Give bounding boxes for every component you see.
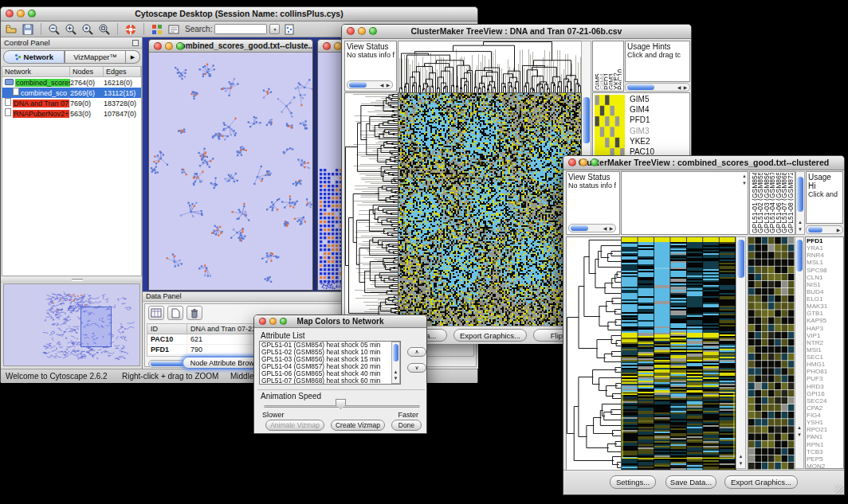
dialog-title-bar[interactable]: Map Colors to Network	[254, 315, 426, 328]
scroll-right-icon[interactable]: ▶	[682, 84, 689, 92]
scroll-down-icon[interactable]: ▼	[742, 181, 747, 186]
scroll-left-icon[interactable]: ◀	[676, 84, 682, 92]
close-icon[interactable]	[568, 158, 576, 166]
treeview2-title-bar[interactable]: ClusterMaker TreeView : combined_scores_…	[563, 156, 844, 170]
scroll-left-icon[interactable]: ◀	[602, 225, 608, 232]
scroll-down-icon[interactable]: ▼	[795, 432, 803, 439]
vertical-scrollbar[interactable]: ▲ ▼	[795, 171, 805, 235]
horizontal-scrollbar[interactable]: ◀ ▶	[568, 224, 616, 232]
scroll-up-icon[interactable]: ▲	[795, 424, 803, 432]
scroll-up-icon[interactable]: ▲	[742, 174, 747, 178]
close-icon[interactable]	[6, 10, 14, 18]
scroll-down-icon[interactable]: ▼	[796, 226, 804, 233]
float-panel-icon[interactable]	[132, 40, 139, 46]
settings-button[interactable]: Settings...	[610, 475, 656, 489]
save-icon[interactable]	[21, 22, 35, 36]
gene-label[interactable]: HRD3	[806, 383, 843, 390]
heatmap-canvas[interactable]	[398, 92, 582, 326]
gene-label[interactable]: YKE2	[628, 136, 689, 147]
scroll-right-icon[interactable]: ▶	[835, 226, 842, 234]
minimize-icon[interactable]	[17, 10, 25, 18]
minimize-icon[interactable]	[579, 158, 587, 166]
gene-label[interactable]: CLN1	[806, 274, 843, 281]
create-vizmap-button[interactable]: Create Vizmap	[331, 420, 385, 431]
new-attribute-icon[interactable]	[167, 306, 183, 320]
network-view-canvas-2[interactable]	[318, 53, 343, 290]
heatmap-zoom-canvas[interactable]	[748, 236, 795, 471]
gene-label[interactable]: HAP3	[806, 325, 843, 332]
column-dendrogram-canvas[interactable]	[398, 41, 582, 93]
close-icon[interactable]	[323, 42, 331, 50]
gene-label[interactable]: PFD1	[806, 237, 843, 244]
gene-label[interactable]: MSI1	[806, 346, 843, 354]
help-lifering-icon[interactable]	[124, 22, 138, 36]
gene-label[interactable]: HMG1	[806, 361, 843, 368]
gene-label[interactable]: YSH1	[806, 419, 843, 426]
scroll-left-icon[interactable]: ◀	[379, 81, 385, 89]
gene-label[interactable]: FIG4	[806, 412, 843, 419]
animate-vizmap-button[interactable]: Animate Vizmap	[265, 420, 324, 431]
treeview1-title-bar[interactable]: ClusterMaker TreeView : DNA and Tran 07-…	[342, 25, 691, 39]
scroll-right-icon[interactable]: ▶	[385, 81, 391, 89]
col-edges[interactable]: Edges	[104, 67, 141, 76]
zoom-window-icon[interactable]	[28, 10, 36, 18]
gene-label[interactable]: SPC98	[806, 267, 843, 274]
scrollbar-thumb[interactable]	[393, 344, 398, 361]
open-file-icon[interactable]	[4, 22, 18, 36]
scrollbar-thumb[interactable]	[583, 97, 590, 143]
gene-label[interactable]: GTB1	[806, 310, 843, 317]
gene-label[interactable]: GPI16	[806, 390, 843, 397]
close-icon[interactable]	[154, 42, 162, 50]
save-data-button[interactable]: Save Data...	[665, 475, 716, 489]
minimize-icon[interactable]	[269, 318, 277, 325]
gene-label[interactable]: CPA2	[806, 404, 843, 412]
gene-label[interactable]: MSL1	[806, 259, 843, 266]
vertical-scrollbar[interactable]: ▲ ▼	[795, 236, 804, 469]
vizmapper-icon[interactable]	[150, 22, 164, 36]
resize-grip[interactable]	[834, 485, 843, 494]
gene-label[interactable]: BUD4	[806, 288, 843, 295]
gene-label[interactable]: MAK31	[806, 303, 843, 310]
gene-label[interactable]: GIM5	[628, 94, 689, 104]
delete-attribute-icon[interactable]	[186, 306, 202, 320]
search-dropdown-arrow-icon[interactable]: ▼	[269, 24, 280, 34]
tab-network[interactable]: Network	[3, 50, 65, 64]
network-overview-canvas[interactable]	[4, 284, 139, 365]
gene-label[interactable]: SEC1	[806, 354, 843, 361]
scroll-right-icon[interactable]: ▶	[608, 225, 614, 232]
network-window-title-bar[interactable]: combined_scores_good.txt--cluste...	[149, 40, 312, 53]
main-title-bar[interactable]: Cytoscape Desktop (Session Name: collins…	[1, 7, 477, 21]
gene-label[interactable]: ELG1	[806, 295, 843, 303]
gene-label[interactable]: NTR2	[806, 339, 843, 346]
scrollbar-thumb[interactable]	[571, 225, 588, 231]
gene-label[interactable]: YRA1	[806, 244, 843, 252]
table-row-selected[interactable]: combined_sco 2569(6) 13112(15)	[2, 88, 141, 98]
gene-label[interactable]: KAP95	[806, 317, 843, 324]
network-window-2-title-bar[interactable]	[318, 40, 343, 53]
vertical-scrollbar[interactable]: ▲ ▼	[736, 236, 746, 469]
export-graphics-button[interactable]: Export Graphics...	[453, 329, 527, 342]
scrollbar-thumb[interactable]	[627, 84, 654, 90]
col-nodes[interactable]: Nodes	[70, 67, 104, 76]
slider-thumb[interactable]	[336, 399, 346, 409]
gene-label[interactable]: TCB3	[806, 448, 843, 455]
horizontal-scrollbar[interactable]: ◀ ▶	[347, 80, 393, 89]
zoom-in-icon[interactable]	[64, 22, 78, 36]
gene-label[interactable]: PEP5	[806, 455, 843, 463]
tab-vizmapper[interactable]: VizMapper™	[65, 50, 126, 64]
search-input[interactable]	[214, 24, 267, 34]
scrollbar-thumb[interactable]	[796, 240, 803, 272]
gene-label[interactable]: VIP1	[806, 332, 843, 339]
table-row[interactable]: RNAPuberNov2+ 563(0) 107847(0)	[2, 108, 141, 119]
table-row[interactable]: DNA and Tran 07 769(0) 183728(0)	[2, 98, 141, 108]
network-file-icon[interactable]	[282, 22, 296, 36]
zoom-selected-icon[interactable]	[80, 22, 95, 36]
scrollbar-thumb[interactable]	[808, 227, 822, 232]
gene-label[interactable]: GIM3	[628, 126, 689, 136]
vertical-scrollbar[interactable]: ▲ ▼	[391, 342, 400, 384]
gene-label[interactable]: NIS1	[806, 281, 843, 288]
scrollbar-thumb[interactable]	[737, 240, 744, 278]
horizontal-scrollbar[interactable]: ▶	[806, 225, 843, 234]
gene-label[interactable]: MON2	[806, 463, 843, 469]
gene-label[interactable]: PFD1	[628, 115, 689, 125]
